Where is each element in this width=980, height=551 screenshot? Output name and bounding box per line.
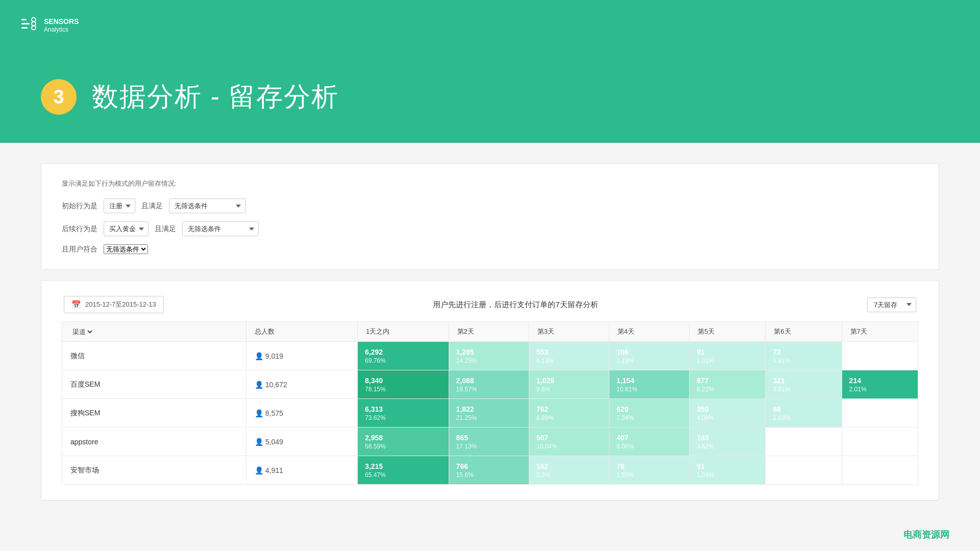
cell-channel: 微信 [62,342,247,370]
cell-count: 1,822 [456,405,522,413]
channel-filter-select[interactable]: 渠道 [70,328,94,336]
table-header-row: 渠道 总人数 1天之内 第2天 第3天 第4天 第5天 第6天 第7天 [62,322,918,342]
cell-count: 6,313 [365,405,442,413]
cell-count: 51 [697,462,758,470]
col-day4: 第4天 [609,322,689,342]
initial-action-select[interactable]: 注册 [104,198,135,213]
brand-line1: SENSORS [44,17,79,26]
cell-pct: 73.62% [365,414,442,421]
user-icon: 👤 [255,381,263,389]
svg-point-4 [32,21,36,26]
cell-day3: 5536.13% [529,342,609,370]
cell-pct: 1.55% [617,471,682,479]
cell-count: 1,154 [617,377,682,385]
cell-total: 👤10,672 [246,370,357,399]
cell-pct: 10.81% [617,386,682,393]
table-row: 微信👤9,0196,29269.76%1,28514.25%5536.13%10… [62,342,918,370]
cell-channel: appstore [62,428,247,456]
cell-count: 8,340 [365,377,442,385]
logo-icon [20,15,39,37]
initial-condition-select[interactable]: 无筛选条件 [169,198,246,213]
col-day6: 第6天 [766,322,842,342]
cell-day4: 4078.06% [609,428,689,456]
cell-count: 183 [697,434,758,442]
cell-day4: 1,15410.81% [609,370,689,399]
cell-day5: 8778.22% [689,370,765,399]
cell-pct: 8.06% [617,443,682,450]
user-icon: 👤 [255,466,263,474]
cell-count: 73 [773,348,834,356]
cell-pct: 14.25% [456,357,522,364]
svg-point-5 [32,26,36,30]
cell-pct: 1.03% [773,414,834,421]
user-icon: 👤 [255,438,263,446]
cell-pct: 15.6% [456,471,522,479]
brand-line2: Analytics [44,26,79,34]
cell-day4: 6297.34% [609,399,689,428]
cell-day2: 1,82221.25% [449,399,529,428]
page-title: 数据分析 - 留存分析 [92,79,339,115]
cell-pct: 2.01% [849,386,911,393]
col-total: 总人数 [246,322,357,342]
cell-pct: 17.13% [456,443,522,450]
cell-pct: 10.04% [536,443,602,450]
cell-count: 2,088 [456,377,522,385]
logo-area: SENSORS Analytics [20,15,79,37]
cell-pct: 6.13% [536,357,602,364]
table-row: 搜狗SEM👤8,5756,31373.62%1,82221.25%7628.89… [62,399,918,428]
cell-day0: 8,34078.15% [357,370,449,399]
cell-pct: 8.89% [536,414,602,421]
cell-day5: 1833.62% [689,428,765,456]
cell-pct: 78.15% [365,386,442,393]
cell-pct: 21.25% [456,414,522,421]
col-day0: 1天之内 [357,322,449,342]
cell-count: 76 [617,462,682,470]
col-day7: 第7天 [842,322,918,342]
user-icon: 👤 [255,409,263,417]
cell-pct: 4.08% [697,414,758,421]
cell-channel: 安智市场 [62,456,247,485]
col-channel: 渠道 [62,322,247,342]
cell-count: 6,292 [365,348,442,356]
cell-count: 3,215 [365,462,442,470]
cell-pct: 1.18% [617,357,682,364]
cell-count: 762 [536,405,602,413]
cell-pct: 69.76% [365,357,442,364]
cell-day0: 2,95858.59% [357,428,449,456]
subsequent-action-select[interactable]: 买入黄金 [104,221,149,236]
analysis-title: 用户先进行注册，后进行支付订单的7天留存分析 [433,300,598,310]
filter-description: 显示满足如下行为模式的用户留存情况: [62,179,918,188]
cell-count: 1,025 [536,377,602,385]
cell-count: 106 [617,348,682,356]
cell-total: 👤8,575 [246,399,357,428]
table-row: 安智市场👤4,9113,21565.47%76615.6%1623.3%761.… [62,456,918,485]
cell-pct: 58.59% [365,443,442,450]
table-row: appstore👤5,0492,95858.59%86517.13%50710.… [62,428,918,456]
table-row: 百度SEM👤10,6728,34078.15%2,08819.57%1,0259… [62,370,918,399]
cell-pct: 7.34% [617,414,682,421]
svg-rect-2 [21,27,28,29]
cell-pct: 0.81% [773,357,834,364]
cell-day7 [842,456,918,485]
cell-total: 👤4,911 [246,456,357,485]
cell-channel: 百度SEM [62,370,247,399]
user-filter-select[interactable]: 无筛选条件 [104,244,148,254]
cell-count: 162 [536,462,602,470]
period-select[interactable]: 7天留存 14天留存 30天留存 [867,297,916,312]
cell-day7 [842,428,918,456]
cell-count: 88 [773,405,834,413]
cell-day3: 1623.3% [529,456,609,485]
user-filter-row: 且用户符合 无筛选条件 [62,244,918,254]
cell-day6 [766,428,842,456]
retention-table: 渠道 总人数 1天之内 第2天 第3天 第4天 第5天 第6天 第7天 微信👤9… [62,321,918,485]
and-satisfy-label1: 且满足 [141,202,163,211]
subsequent-condition-select[interactable]: 无筛选条件 [182,221,259,236]
date-picker-button[interactable]: 📅 2015-12-7至2015-12-13 [64,296,164,313]
cell-pct: 8.22% [697,386,758,393]
footer-watermark: 电商资源网 [903,529,949,541]
calendar-icon: 📅 [71,300,81,309]
cell-count: 2,958 [365,434,442,442]
cell-day4: 1061.18% [609,342,689,370]
cell-count: 407 [617,434,682,442]
cell-day2: 2,08819.57% [449,370,529,399]
